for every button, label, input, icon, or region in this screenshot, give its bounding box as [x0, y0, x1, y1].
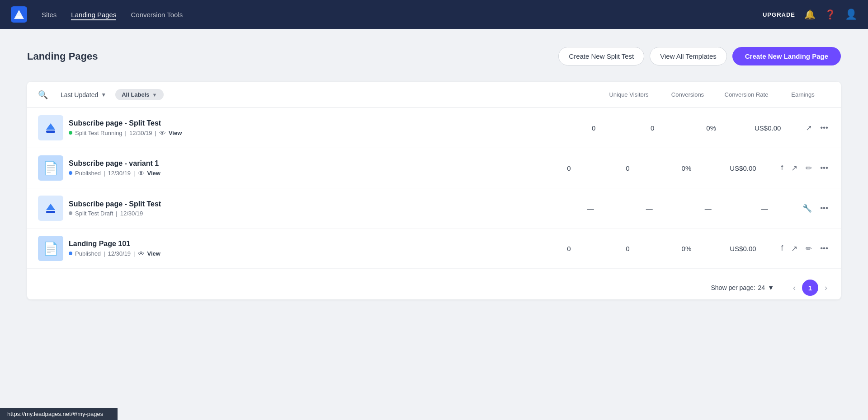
stat-earnings-4: US$0.00 [716, 245, 770, 252]
table-row: 📄 Subscribe page - variant 1 Published |… [27, 148, 841, 188]
trending-button-1[interactable]: ↗ [804, 121, 814, 135]
help-icon[interactable]: ❓ [825, 9, 836, 20]
prev-page-button[interactable]: ‹ [790, 280, 798, 295]
stat-conversion-rate-2: 0% [657, 164, 716, 172]
stat-unique-visitors-3: — [561, 205, 620, 212]
create-split-test-button[interactable]: Create New Split Test [558, 47, 644, 65]
per-page-value: 24 [758, 284, 765, 291]
labels-filter-label: All Labels [122, 91, 149, 98]
sort-chevron-icon: ▼ [101, 92, 106, 98]
view-link-2[interactable]: View [147, 170, 160, 177]
col-conversion-rate: Conversion Rate [717, 91, 776, 98]
row-meta-2: Published | 12/30/19 | 👁 View [69, 169, 534, 177]
eye-icon-4: 👁 [138, 250, 145, 257]
column-headers: Unique Visitors Conversions Conversion R… [599, 91, 830, 98]
row-info-2: Subscribe page - variant 1 Published | 1… [69, 159, 534, 177]
view-link-1[interactable]: View [169, 130, 182, 136]
stat-conversions-4: 0 [598, 245, 657, 252]
navbar: Sites Landing Pages Conversion Tools UPG… [0, 0, 868, 29]
row-stats-1: 0 0 0% US$0.00 [564, 124, 795, 132]
separator: | [155, 130, 156, 136]
date-1: 12/30/19 [129, 130, 152, 136]
row-stats-3: — — — — [561, 205, 792, 212]
user-avatar[interactable]: 👤 [845, 9, 857, 20]
split-test-icon-3 [46, 204, 55, 213]
header-actions: Create New Split Test View All Templates… [558, 47, 841, 65]
table-controls: 🔍 Last Updated ▼ All Labels ▼ Unique Vis… [27, 82, 841, 108]
date-2: 12/30/19 [108, 170, 131, 177]
logo[interactable] [11, 6, 27, 23]
more-button-4[interactable]: ••• [818, 242, 830, 255]
stat-conversions-2: 0 [598, 164, 657, 172]
date-4: 12/30/19 [108, 250, 131, 257]
sort-label: Last Updated [61, 91, 98, 98]
more-button-1[interactable]: ••• [818, 121, 830, 134]
stat-unique-visitors-1: 0 [564, 124, 623, 132]
row-title-3: Subscribe page - Split Test [69, 200, 556, 208]
edit-button-4[interactable]: ✏ [804, 242, 814, 255]
edit-button-2[interactable]: ✏ [804, 162, 814, 175]
row-thumbnail-2: 📄 [38, 155, 63, 181]
nav-conversion-tools[interactable]: Conversion Tools [131, 9, 183, 20]
stat-unique-visitors-2: 0 [539, 164, 598, 172]
row-actions-3: 🔧 ••• [801, 202, 830, 215]
status-label-3: Split Test Draft [75, 210, 113, 217]
notifications-icon[interactable]: 🔔 [804, 9, 816, 20]
settings-button-3[interactable]: 🔧 [801, 202, 814, 215]
stat-earnings-3: — [737, 205, 792, 212]
nav-right: UPGRADE 🔔 ❓ 👤 [763, 9, 857, 20]
next-page-button[interactable]: › [822, 280, 830, 295]
split-test-icon [46, 123, 55, 133]
pagination: Show per page: 24 ▼ ‹ 1 › [27, 269, 841, 299]
view-all-templates-button[interactable]: View All Templates [650, 47, 727, 65]
row-info-4: Landing Page 101 Published | 12/30/19 | … [69, 240, 534, 257]
page-title: Landing Pages [27, 51, 98, 62]
search-icon[interactable]: 🔍 [38, 90, 48, 100]
status-dot-4 [69, 252, 72, 255]
landing-pages-table: 🔍 Last Updated ▼ All Labels ▼ Unique Vis… [27, 82, 841, 299]
row-title-4: Landing Page 101 [69, 240, 534, 248]
stat-unique-visitors-4: 0 [539, 245, 598, 252]
view-link-4[interactable]: View [147, 250, 160, 257]
labels-filter-button[interactable]: All Labels ▼ [115, 89, 163, 100]
stat-conversion-rate-1: 0% [682, 124, 741, 132]
status-label-4: Published [75, 250, 101, 257]
create-landing-page-button[interactable]: Create New Landing Page [732, 47, 841, 65]
stat-conversions-1: 0 [623, 124, 682, 132]
status-url: https://my.leadpages.net/#/my-pages [7, 411, 103, 417]
status-dot-running [69, 131, 72, 135]
stat-earnings-1: US$0.00 [741, 124, 795, 132]
trending-button-4[interactable]: ↗ [789, 242, 799, 255]
row-meta-1: Split Test Running | 12/30/19 | 👁 View [69, 129, 559, 137]
more-button-2[interactable]: ••• [818, 162, 830, 174]
col-conversions: Conversions [658, 91, 717, 98]
nav-landing-pages[interactable]: Landing Pages [71, 9, 116, 20]
row-title-1: Subscribe page - Split Test [69, 119, 559, 127]
nav-left: Sites Landing Pages Conversion Tools [11, 6, 183, 23]
separator: | [104, 250, 105, 257]
stat-conversions-3: — [620, 205, 679, 212]
row-meta-3: Split Test Draft | 12/30/19 [69, 210, 556, 217]
trending-button-2[interactable]: ↗ [789, 162, 799, 175]
table-row: Subscribe page - Split Test Split Test D… [27, 188, 841, 229]
status-dot-published [69, 171, 72, 175]
eye-icon-1: 👁 [159, 129, 166, 137]
row-info-1: Subscribe page - Split Test Split Test R… [69, 119, 559, 137]
facebook-button-2[interactable]: f [779, 162, 785, 174]
row-stats-2: 0 0 0% US$0.00 [539, 164, 770, 172]
row-thumbnail-4: 📄 [38, 236, 63, 261]
page-content: Landing Pages Create New Split Test View… [0, 29, 868, 317]
more-button-3[interactable]: ••• [818, 202, 830, 215]
row-thumbnail-1 [38, 115, 63, 140]
show-per-page-control[interactable]: Show per page: 24 ▼ [711, 284, 774, 291]
labels-chevron-icon: ▼ [152, 92, 157, 98]
nav-sites[interactable]: Sites [42, 9, 57, 20]
separator: | [133, 250, 135, 257]
page-nav: ‹ 1 › [790, 280, 830, 296]
upgrade-link[interactable]: UPGRADE [763, 11, 795, 18]
facebook-button-4[interactable]: f [779, 242, 785, 255]
page-number-1[interactable]: 1 [802, 280, 818, 296]
sort-button[interactable]: Last Updated ▼ [57, 89, 110, 100]
stat-earnings-2: US$0.00 [716, 164, 770, 172]
col-unique-visitors: Unique Visitors [599, 91, 658, 98]
